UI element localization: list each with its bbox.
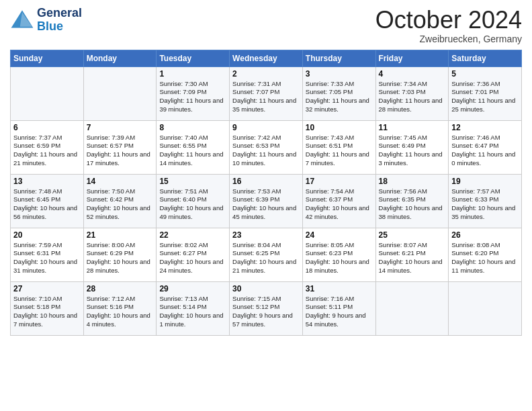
week-row-2: 13Sunrise: 7:48 AM Sunset: 6:45 PM Dayli… xyxy=(11,174,522,228)
day-info: Sunrise: 7:40 AM Sunset: 6:55 PM Dayligh… xyxy=(159,134,226,168)
day-number: 17 xyxy=(306,177,373,186)
day-cell: 22Sunrise: 8:02 AM Sunset: 6:27 PM Dayli… xyxy=(157,228,230,281)
day-info: Sunrise: 7:16 AM Sunset: 5:11 PM Dayligh… xyxy=(306,295,373,329)
header-day-saturday: Saturday xyxy=(449,50,522,66)
day-cell: 20Sunrise: 7:59 AM Sunset: 6:31 PM Dayli… xyxy=(11,228,84,281)
day-cell: 14Sunrise: 7:50 AM Sunset: 6:42 PM Dayli… xyxy=(83,174,157,228)
header-day-wednesday: Wednesday xyxy=(230,50,303,66)
day-number: 14 xyxy=(87,177,154,186)
day-cell: 31Sunrise: 7:16 AM Sunset: 5:11 PM Dayli… xyxy=(302,281,375,335)
day-number: 18 xyxy=(379,177,446,186)
day-info: Sunrise: 8:07 AM Sunset: 6:21 PM Dayligh… xyxy=(379,241,446,275)
day-cell: 25Sunrise: 8:07 AM Sunset: 6:21 PM Dayli… xyxy=(375,228,449,281)
day-cell xyxy=(449,281,522,335)
day-info: Sunrise: 7:46 AM Sunset: 6:47 PM Dayligh… xyxy=(451,134,519,168)
day-info: Sunrise: 7:33 AM Sunset: 7:05 PM Dayligh… xyxy=(306,80,373,114)
day-info: Sunrise: 7:51 AM Sunset: 6:40 PM Dayligh… xyxy=(159,187,226,222)
day-cell: 4Sunrise: 7:34 AM Sunset: 7:03 PM Daylig… xyxy=(375,66,449,120)
day-number: 16 xyxy=(232,177,300,186)
header: General Blue October 2024 Zweibruecken, … xyxy=(10,7,522,44)
day-info: Sunrise: 7:10 AM Sunset: 5:18 PM Dayligh… xyxy=(13,295,81,329)
day-info: Sunrise: 7:15 AM Sunset: 5:12 PM Dayligh… xyxy=(232,295,300,329)
week-row-3: 20Sunrise: 7:59 AM Sunset: 6:31 PM Dayli… xyxy=(11,228,522,281)
day-info: Sunrise: 8:04 AM Sunset: 6:25 PM Dayligh… xyxy=(232,241,300,275)
day-number: 8 xyxy=(159,123,226,132)
day-number: 15 xyxy=(159,177,226,186)
day-cell: 1Sunrise: 7:30 AM Sunset: 7:09 PM Daylig… xyxy=(157,66,230,120)
day-cell: 21Sunrise: 8:00 AM Sunset: 6:29 PM Dayli… xyxy=(83,228,157,281)
day-cell: 27Sunrise: 7:10 AM Sunset: 5:18 PM Dayli… xyxy=(11,281,84,335)
day-info: Sunrise: 7:50 AM Sunset: 6:42 PM Dayligh… xyxy=(87,187,154,222)
day-cell: 18Sunrise: 7:56 AM Sunset: 6:35 PM Dayli… xyxy=(375,174,449,228)
logo-general: General xyxy=(37,7,82,20)
calendar-table: SundayMondayTuesdayWednesdayThursdayFrid… xyxy=(10,50,522,336)
day-info: Sunrise: 7:48 AM Sunset: 6:45 PM Dayligh… xyxy=(13,187,81,222)
day-cell: 5Sunrise: 7:36 AM Sunset: 7:01 PM Daylig… xyxy=(449,66,522,120)
day-info: Sunrise: 7:43 AM Sunset: 6:51 PM Dayligh… xyxy=(306,134,373,168)
day-cell: 13Sunrise: 7:48 AM Sunset: 6:45 PM Dayli… xyxy=(11,174,84,228)
day-info: Sunrise: 7:54 AM Sunset: 6:37 PM Dayligh… xyxy=(306,187,373,222)
header-day-thursday: Thursday xyxy=(302,50,375,66)
header-day-friday: Friday xyxy=(375,50,449,66)
page: General Blue October 2024 Zweibruecken, … xyxy=(0,0,532,411)
day-cell: 30Sunrise: 7:15 AM Sunset: 5:12 PM Dayli… xyxy=(230,281,303,335)
day-info: Sunrise: 8:05 AM Sunset: 6:23 PM Dayligh… xyxy=(306,241,373,275)
subtitle: Zweibruecken, Germany xyxy=(375,34,522,44)
logo-blue: Blue xyxy=(37,20,82,34)
day-cell xyxy=(375,281,449,335)
day-number: 30 xyxy=(232,284,300,293)
day-cell: 8Sunrise: 7:40 AM Sunset: 6:55 PM Daylig… xyxy=(157,120,230,174)
day-info: Sunrise: 7:39 AM Sunset: 6:57 PM Dayligh… xyxy=(87,134,154,168)
day-info: Sunrise: 7:56 AM Sunset: 6:35 PM Dayligh… xyxy=(379,187,446,222)
day-number: 11 xyxy=(379,123,446,132)
day-info: Sunrise: 7:53 AM Sunset: 6:39 PM Dayligh… xyxy=(232,187,300,222)
week-row-1: 6Sunrise: 7:37 AM Sunset: 6:59 PM Daylig… xyxy=(11,120,522,174)
day-number: 23 xyxy=(232,230,300,240)
day-number: 26 xyxy=(451,230,519,240)
day-cell: 7Sunrise: 7:39 AM Sunset: 6:57 PM Daylig… xyxy=(83,120,157,174)
header-day-tuesday: Tuesday xyxy=(157,50,230,66)
day-cell: 9Sunrise: 7:42 AM Sunset: 6:53 PM Daylig… xyxy=(230,120,303,174)
day-number: 7 xyxy=(87,123,154,132)
day-info: Sunrise: 7:13 AM Sunset: 5:14 PM Dayligh… xyxy=(159,295,226,329)
logo-icon xyxy=(10,8,34,32)
day-cell: 10Sunrise: 7:43 AM Sunset: 6:51 PM Dayli… xyxy=(302,120,375,174)
day-number: 13 xyxy=(13,177,81,186)
day-info: Sunrise: 7:31 AM Sunset: 7:07 PM Dayligh… xyxy=(232,80,300,114)
day-info: Sunrise: 8:08 AM Sunset: 6:20 PM Dayligh… xyxy=(451,241,519,275)
day-cell: 15Sunrise: 7:51 AM Sunset: 6:40 PM Dayli… xyxy=(157,174,230,228)
day-number: 29 xyxy=(159,284,226,293)
day-info: Sunrise: 7:59 AM Sunset: 6:31 PM Dayligh… xyxy=(13,241,81,275)
day-number: 6 xyxy=(13,123,81,132)
day-number: 19 xyxy=(451,177,519,186)
day-number: 12 xyxy=(451,123,519,132)
day-cell: 17Sunrise: 7:54 AM Sunset: 6:37 PM Dayli… xyxy=(302,174,375,228)
day-cell xyxy=(11,66,84,120)
day-cell: 23Sunrise: 8:04 AM Sunset: 6:25 PM Dayli… xyxy=(230,228,303,281)
header-day-sunday: Sunday xyxy=(11,50,84,66)
day-cell: 29Sunrise: 7:13 AM Sunset: 5:14 PM Dayli… xyxy=(157,281,230,335)
header-row: SundayMondayTuesdayWednesdayThursdayFrid… xyxy=(11,50,522,66)
day-info: Sunrise: 7:57 AM Sunset: 6:33 PM Dayligh… xyxy=(451,187,519,222)
day-number: 5 xyxy=(451,69,519,79)
day-cell: 26Sunrise: 8:08 AM Sunset: 6:20 PM Dayli… xyxy=(449,228,522,281)
day-cell: 11Sunrise: 7:45 AM Sunset: 6:49 PM Dayli… xyxy=(375,120,449,174)
day-number: 28 xyxy=(87,284,154,293)
day-number: 27 xyxy=(13,284,81,293)
day-info: Sunrise: 7:45 AM Sunset: 6:49 PM Dayligh… xyxy=(379,134,446,168)
day-cell xyxy=(83,66,157,120)
day-number: 1 xyxy=(159,69,226,79)
day-info: Sunrise: 7:37 AM Sunset: 6:59 PM Dayligh… xyxy=(13,134,81,168)
day-info: Sunrise: 8:00 AM Sunset: 6:29 PM Dayligh… xyxy=(87,241,154,275)
day-cell: 2Sunrise: 7:31 AM Sunset: 7:07 PM Daylig… xyxy=(230,66,303,120)
week-row-0: 1Sunrise: 7:30 AM Sunset: 7:09 PM Daylig… xyxy=(11,66,522,120)
day-cell: 3Sunrise: 7:33 AM Sunset: 7:05 PM Daylig… xyxy=(302,66,375,120)
day-number: 4 xyxy=(379,69,446,79)
day-number: 3 xyxy=(306,69,373,79)
day-info: Sunrise: 7:42 AM Sunset: 6:53 PM Dayligh… xyxy=(232,134,300,168)
day-cell: 16Sunrise: 7:53 AM Sunset: 6:39 PM Dayli… xyxy=(230,174,303,228)
week-row-4: 27Sunrise: 7:10 AM Sunset: 5:18 PM Dayli… xyxy=(11,281,522,335)
day-number: 10 xyxy=(306,123,373,132)
day-number: 9 xyxy=(232,123,300,132)
day-number: 21 xyxy=(87,230,154,240)
